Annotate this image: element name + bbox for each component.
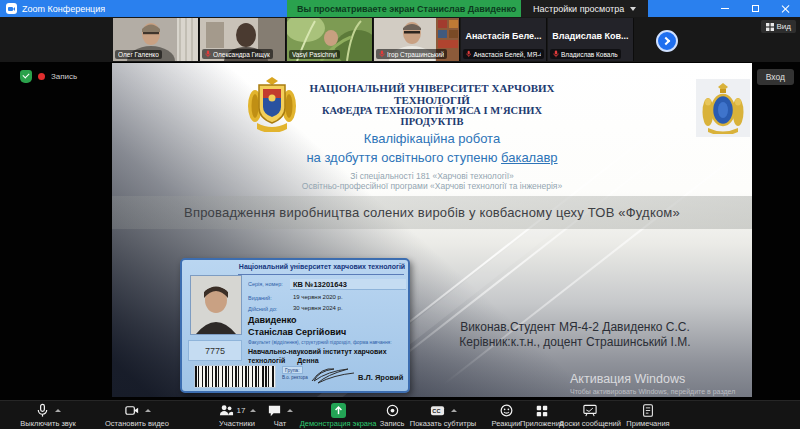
mute-button[interactable]: Выключить звук [6,403,90,429]
thesis-title-band: Впровадження виробництва солених виробів… [112,196,752,229]
chevron-up-icon[interactable] [55,409,61,412]
student-photo [190,275,242,335]
student-id-card: Національний університет харчових технол… [180,258,410,393]
qualification-line2-prefix: на здобуття освітнього ступеню [306,150,501,165]
notes-icon [641,403,655,418]
windows-activation-watermark: Активация Windows Чтобы активировать Win… [570,372,750,397]
rector-signature [308,363,358,387]
view-button-label: Вид [777,22,791,31]
participant-name-badge: Vasyl Pasichnyi [289,50,340,59]
notes-label: Примечания [614,419,682,428]
thesis-title: Впровадження виробництва солених виробів… [184,205,680,220]
card-number: 7775 [188,340,242,361]
serial-label: Серія, номер: [248,281,283,287]
participant-name: Владислав Коваль [561,51,618,58]
signin-button[interactable]: Вход [757,69,794,85]
slide-university-name: НАЦІОНАЛЬНИЙ УНІВЕРСИТЕТ ХАРЧОВИХ ТЕХНОЛ… [302,82,562,106]
grid-view-icon [766,23,774,31]
maximize-icon [752,5,759,12]
participant-name-badge: Анастасія Белей, МЯ-4... [463,49,544,59]
next-participants-button[interactable] [656,30,678,52]
participant-name-badge: Олег Галенко [115,50,162,59]
valid-label: Дійсний до: [248,306,277,312]
watermark-title: Активация Windows [570,372,750,386]
shared-screen-stage: Запись Вход [0,62,800,400]
participant-tile[interactable]: Владислав Ков... Владислав Коваль [548,18,634,61]
app-title-group: Zoom Конференция [6,0,105,17]
zoom-app-icon [6,3,17,14]
view-settings-label: Настройки просмотра [533,4,624,14]
participant-name: Ігор Страшинський [387,51,444,58]
meeting-toolbar: Выключить звук Остановить видео 17 Участ… [0,400,800,429]
record-icon [385,403,400,418]
view-settings-menu[interactable]: Настройки просмотра [521,0,648,17]
chevron-up-icon[interactable] [451,409,457,412]
muted-mic-icon [466,50,471,58]
card-university-name: Національний університет харчових технол… [238,263,406,270]
minimize-button[interactable] [710,0,740,17]
muted-mic-icon [205,50,211,58]
stop-video-button[interactable]: Остановить видео [92,403,182,429]
window-controls [710,0,800,17]
chevron-down-icon [630,7,636,11]
qualification-line2-degree: бакалавр [501,150,558,165]
muted-mic-icon [379,50,385,58]
notes-button[interactable]: Примечания [614,403,682,429]
close-icon [781,5,789,13]
participant-name-badge: Олександра Гищук [202,49,273,59]
participants-icon [218,403,234,418]
specialty-line2: Освітньо-професійної програми «Харчові т… [232,181,632,191]
presentation-slide: НАЦІОНАЛЬНИЙ УНІВЕРСИТЕТ ХАРЧОВИХ ТЕХНОЛ… [112,63,752,397]
participant-tile[interactable]: Анастасія Беле... Анастасія Белей, МЯ-4.… [461,18,547,61]
participant-display-name: Владислав Ков... [548,31,633,41]
participant-tile[interactable]: Олег Галенко [113,18,199,61]
whiteboard-icon [582,403,598,418]
credit-line1: Виконав.Студент МЯ-4-2 Давиденко С.С. [447,320,703,335]
specialty-line1: Зі спеціальності 181 «Харчові технології… [282,171,582,181]
captions-button[interactable]: CC Показать субтитры [400,403,486,429]
svg-text:CC: CC [432,408,440,414]
participant-name-badge: Владислав Коваль [550,49,621,59]
participant-tile[interactable]: Ігор Страшинський [374,18,460,61]
faculty-line1: Навчально-науковий інститут харчових [248,348,387,355]
participant-name: Vasyl Pasichnyi [292,51,337,58]
video-filmstrip: Олег Галенко Олександра Гищук [0,17,800,62]
credit-line2: Керівник:к.т.н., доцент Страшинський І.М… [447,335,703,350]
university-emblem-right [696,79,750,137]
microphone-icon [35,403,50,418]
encryption-shield-icon [20,70,32,83]
view-button[interactable]: Вид [761,20,796,33]
watermark-line1: Чтобы активировать Windows, перейдите в … [570,388,750,397]
participant-tile[interactable]: Олександра Гищук [200,18,286,61]
group-label: Група: [282,366,303,374]
issued-value: 19 червня 2020 р. [293,294,343,300]
rector-caption: В.о. ректора [282,375,308,381]
chevron-up-icon[interactable] [250,409,256,412]
participant-tile[interactable]: Vasyl Pasichnyi [287,18,373,61]
chevron-up-icon[interactable] [145,409,151,412]
student-given-names: Станіслав Сергійович [248,327,346,337]
smiley-icon [499,403,514,418]
qualification-line1: Кваліфікаційна робота [282,131,582,146]
qualification-line2: на здобуття освітнього ступеню бакалавр [232,150,632,165]
title-bar: Zoom Конференция Вы просматриваете экран… [0,0,800,17]
mute-label: Выключить звук [6,419,90,428]
valid-value: 30 червня 2024 р. [293,305,343,311]
app-title: Zoom Конференция [22,4,105,14]
recording-dot-icon [38,73,45,80]
screen-share-banner: Вы просматриваете экран Станислав Давиде… [287,0,526,17]
stop-video-label: Остановить видео [92,419,182,428]
participant-display-name: Анастасія Беле... [461,31,546,41]
camera-icon [124,403,140,418]
thesis-credits: Виконав.Студент МЯ-4-2 Давиденко С.С. Ке… [447,320,703,350]
participant-name-badge: Ігор Страшинський [376,49,447,59]
slide-department-name: КАФЕДРА ТЕХНОЛОГІЇ М'ЯСА І М'ЯСНИХ ПРОДУ… [302,105,562,127]
close-button[interactable] [770,0,800,17]
share-screen-icon [331,403,346,418]
student-surname: Давиденко [248,315,297,325]
zoom-window: Zoom Конференция Вы просматриваете экран… [0,0,800,429]
muted-mic-icon [553,50,559,58]
maximize-button[interactable] [740,0,770,17]
issued-label: Виданий: [248,295,272,301]
recording-label: Запись [51,72,77,81]
